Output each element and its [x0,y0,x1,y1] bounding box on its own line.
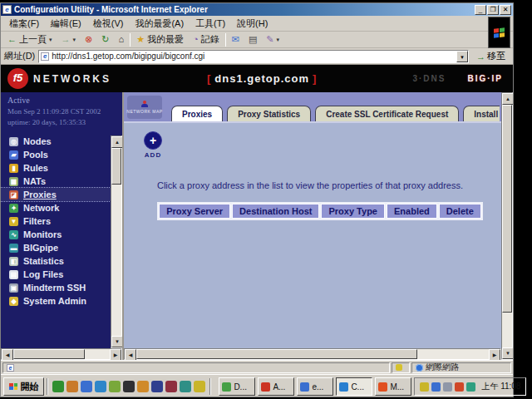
network-map-button[interactable]: NETWORK MAP [127,96,162,119]
product-switcher: 3·DNS BIG·IP [412,74,503,83]
task-window-button[interactable]: D... [219,377,255,396]
scroll-right-icon[interactable]: ▶ [489,349,500,360]
scrollbar-track[interactable] [417,349,489,359]
sidebar-item[interactable]: ▤ Log Files [1,268,111,281]
task-window-button[interactable]: M... [375,377,411,396]
task-window-label: e... [312,382,323,392]
quicklaunch-icon[interactable] [81,381,92,392]
task-window-button[interactable]: A... [258,377,294,396]
sidebar-item-label: Log Files [23,269,63,279]
tray-icon[interactable] [420,382,429,392]
scroll-left-icon[interactable]: ◀ [2,349,13,360]
quicklaunch-icon[interactable] [109,381,121,392]
back-button[interactable]: ← 上一頁 ▾ [4,32,56,47]
status-message-pane: e [2,362,390,373]
tray-icon[interactable] [466,382,475,392]
scroll-left-icon[interactable]: ◀ [125,349,136,360]
sidebar-item[interactable]: ▰ Pools [1,148,111,161]
scrollbar-track[interactable] [502,313,512,347]
scroll-right-icon[interactable]: ▶ [110,349,121,360]
home-button[interactable]: ⌂ [115,34,127,45]
sidebar-item[interactable]: ◎ Nodes [1,135,111,148]
quicklaunch-icon[interactable] [194,381,205,392]
scroll-up-icon[interactable]: ▲ [502,93,513,105]
tab[interactable]: Proxies [171,106,223,121]
menu-item[interactable]: 檢視(V) [88,16,129,32]
sidebar-item-label: Statistics [23,256,64,266]
scrollbar-thumb[interactable] [13,349,85,359]
scrollbar-thumb[interactable] [136,349,417,359]
scroll-down-icon[interactable]: ▼ [111,336,122,347]
task-window-button[interactable]: e... [297,377,333,396]
sidebar-vertical-scrollbar[interactable]: ▲ ▼ [111,135,122,348]
refresh-icon: ↻ [101,35,109,44]
maximize-button[interactable]: ❐ [487,5,499,15]
quicklaunch-icon[interactable] [66,381,78,392]
tab[interactable]: Create SSL Certificate Request [315,106,459,121]
sidebar-item[interactable]: ▮ Rules [1,161,111,175]
history-button[interactable]: ◔ 記錄 [190,32,223,47]
taskbar-clock: 上午 11:08 [481,381,520,392]
network-map-label: NETWORK MAP [126,109,162,114]
scrollbar-track[interactable] [85,349,110,359]
menu-item[interactable]: 檔案(F) [4,16,44,32]
sidebar-item[interactable]: ◪ Proxies [1,188,111,201]
mail-button[interactable]: ✉ [229,34,243,45]
tab[interactable]: Install SSL Certifi [463,106,500,121]
quicklaunch-icon[interactable] [151,381,163,392]
main-vertical-scrollbar[interactable]: ▲ ▼ [501,92,513,360]
quicklaunch-icon[interactable] [95,381,106,392]
task-window-icon [261,382,270,392]
scroll-down-icon[interactable]: ▼ [502,347,513,359]
task-window-button[interactable]: C... [336,377,372,396]
quicklaunch-icon[interactable] [180,381,191,392]
sidebar-item[interactable]: ▦ NATs [1,175,111,188]
scrollbar-track[interactable] [111,185,121,336]
scroll-up-icon[interactable]: ▲ [111,136,122,148]
navigation-frame: Active Mon Sep 2 11:09:28 CST 2002 uptim… [1,92,124,360]
add-icon: + [144,131,162,150]
sidebar-item[interactable]: ◆ System Admin [1,294,111,308]
favorites-button[interactable]: ★ 我的最愛 [133,32,187,47]
scrollbar-thumb[interactable] [111,148,121,185]
product-bigip[interactable]: BIG·IP [467,74,503,83]
tab[interactable]: Proxy Statistics [227,106,311,121]
quicklaunch-icon[interactable] [123,381,135,392]
menu-item[interactable]: 工具(T) [190,16,230,32]
status-zone-pane: 網際網路 [411,362,511,373]
forward-button[interactable]: → ▾ [58,34,80,45]
address-dropdown-button[interactable]: ▾ [456,51,468,62]
tabs: ProxiesProxy StatisticsCreate SSL Certif… [171,106,500,121]
proxy-table-header-cell: Proxy Type [321,204,385,219]
tray-icon[interactable] [443,382,452,392]
quicklaunch-icon[interactable] [137,381,149,392]
menu-item[interactable]: 說明(H) [232,16,273,32]
stop-button[interactable]: ⊗ [81,34,96,45]
scrollbar-thumb[interactable] [502,105,512,313]
print-button[interactable]: ▤ [245,34,260,45]
sidebar-item[interactable]: ▼ Filters [1,214,111,228]
tray-icon[interactable] [431,382,441,392]
product-3dns[interactable]: 3·DNS [412,74,446,83]
sidebar-item[interactable]: ∿ Monitors [1,228,111,241]
minimize-button[interactable]: _ [475,5,486,15]
quicklaunch-icon[interactable] [165,381,177,392]
close-button[interactable]: ✕ [500,5,511,15]
title-bar[interactable]: e Configuration Utility - Microsoft Inte… [1,3,513,16]
add-proxy-button[interactable]: + ADD [139,131,167,159]
sidebar-item[interactable]: ◧ Statistics [1,254,111,268]
sidebar-horizontal-scrollbar[interactable]: ◀ ▶ [1,348,122,360]
tray-icon[interactable] [455,382,464,392]
menu-item[interactable]: 編輯(E) [46,16,86,32]
start-button[interactable]: 開始 [3,377,44,396]
address-input[interactable]: e http://dns1.getop.com/bigipgui/bigconf… [38,50,469,63]
sidebar-item[interactable]: ▬ BIGpipe [1,241,111,254]
quicklaunch-icon[interactable] [52,381,64,392]
go-button[interactable]: → 移至 [472,49,510,63]
edit-button[interactable]: ✎ ▾ [263,34,283,45]
refresh-button[interactable]: ↻ [98,34,112,45]
main-horizontal-scrollbar[interactable]: ◀ ▶ [124,348,501,360]
sidebar-item[interactable]: ✦ Network [1,201,111,214]
menu-item[interactable]: 我的最愛(A) [130,16,189,32]
sidebar-item[interactable]: ▣ Mindterm SSH [1,281,111,294]
